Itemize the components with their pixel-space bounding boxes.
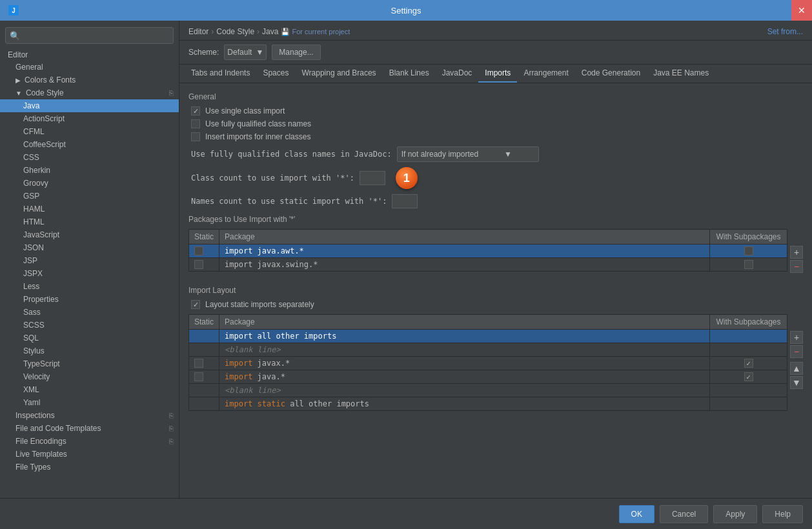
javadoc-dropdown[interactable]: If not already imported ▼ <box>397 146 539 162</box>
help-button[interactable]: Help <box>762 505 803 523</box>
sidebar-item-sql[interactable]: SQL <box>0 332 179 344</box>
add-package-button[interactable]: + <box>790 246 803 259</box>
content-scroll: General ✓ Use single class import Use fu… <box>179 83 812 498</box>
sidebar-item-cfml[interactable]: CFML <box>0 125 179 138</box>
general-section-title: General <box>188 92 803 101</box>
sidebar-item-label: File Encodings <box>15 437 66 446</box>
sidebar-item-scss[interactable]: SCSS <box>0 319 179 332</box>
sidebar-item-haml[interactable]: HAML <box>0 203 179 215</box>
checkbox-fully-qualified: Use fully qualified class names <box>188 119 803 128</box>
sidebar-item-coffeescript[interactable]: CoffeeScript <box>0 138 179 151</box>
table-row[interactable]: <blank line> <box>189 384 787 397</box>
cb-layout-static[interactable]: ✓ <box>191 300 200 309</box>
layout-package-1: import all other imports <box>219 330 710 343</box>
sidebar-item-html[interactable]: HTML <box>0 215 179 228</box>
tab-wrapping-braces[interactable]: Wrapping and Braces <box>295 65 382 83</box>
checkbox-single-class: ✓ Use single class import <box>188 106 803 115</box>
scheme-label: Scheme: <box>188 48 219 57</box>
sidebar-item-css[interactable]: CSS <box>0 151 179 164</box>
tab-java-ee-names[interactable]: Java EE Names <box>647 65 715 83</box>
table-row[interactable]: import javax.* ✓ <box>189 357 787 370</box>
tab-blank-lines[interactable]: Blank Lines <box>383 65 436 83</box>
cb-subpkg-layout-3[interactable]: ✓ <box>744 359 753 368</box>
sidebar-item-jspx[interactable]: JSPX <box>0 267 179 280</box>
sidebar-item-stylus[interactable]: Stylus <box>0 344 179 357</box>
cb-fully-qualified[interactable] <box>191 119 200 128</box>
sidebar-item-code-style[interactable]: ▼Code Style⎘ <box>0 86 179 99</box>
layout-down-button[interactable]: ▼ <box>790 376 803 389</box>
sidebar-item-inspections[interactable]: Inspections⎘ <box>0 409 179 422</box>
tab-spaces[interactable]: Spaces <box>256 65 295 83</box>
sidebar-item-sass[interactable]: Sass <box>0 306 179 319</box>
table-row[interactable]: import static all other imports <box>189 397 787 411</box>
manage-button[interactable]: Manage... <box>272 45 320 60</box>
table-row[interactable]: import javax.swing.* <box>189 258 787 272</box>
project-badge-text: For current project <box>292 28 350 35</box>
sidebar-item-xml[interactable]: XML <box>0 383 179 396</box>
sidebar-item-typescript[interactable]: TypeScript <box>0 357 179 370</box>
packages-table: Static Package With Subpackages import j… <box>188 229 787 272</box>
sidebar-item-javascript[interactable]: JavaScript <box>0 228 179 241</box>
sidebar-item-jsp[interactable]: JSP <box>0 254 179 267</box>
sidebar-item-actionscript[interactable]: ActionScript <box>0 112 179 125</box>
sidebar-item-gherkin[interactable]: Gherkin <box>0 164 179 177</box>
class-count-input[interactable]: 5 <box>360 171 385 185</box>
sidebar-item-yaml[interactable]: Yaml <box>0 396 179 409</box>
layout-package-3: import javax.* <box>219 357 710 370</box>
names-count-input[interactable]: 3 <box>392 194 418 208</box>
check-icon-2: ✓ <box>193 301 199 309</box>
table-row[interactable]: <blank line> <box>189 343 787 357</box>
javadoc-value: If not already imported <box>401 150 478 159</box>
packages-section-title: Packages to Use Import with '*' <box>188 215 803 224</box>
sidebar-item-label: General <box>15 63 43 72</box>
class-count-row: Class count to use import with '*': 5 1 <box>188 167 803 189</box>
tab-javadoc[interactable]: JavaDoc <box>436 65 479 83</box>
table-row[interactable]: import java.* ✓ <box>189 370 787 384</box>
sidebar-item-live-templates[interactable]: Live Templates <box>0 448 179 461</box>
table-row[interactable]: import all other imports <box>189 330 787 343</box>
remove-package-button[interactable]: − <box>790 260 803 273</box>
cb-layout-3[interactable] <box>194 359 203 368</box>
sidebar-item-colors-fonts[interactable]: ▶Colors & Fonts <box>0 74 179 86</box>
ok-button[interactable]: OK <box>619 505 655 523</box>
set-from-link[interactable]: Set from... <box>767 27 803 36</box>
cb-inner-classes[interactable] <box>191 132 200 141</box>
cb-subpkg-2[interactable] <box>744 260 753 269</box>
breadcrumb-code-style: Code Style <box>216 27 254 36</box>
cb-static-2[interactable] <box>194 260 203 269</box>
tab-tabs-indents[interactable]: Tabs and Indents <box>185 65 256 83</box>
layout-col-static: Static <box>189 315 219 330</box>
cb-layout-4[interactable] <box>194 372 203 381</box>
cb-static-1[interactable] <box>194 246 203 255</box>
layout-remove-button[interactable]: − <box>790 345 803 358</box>
sidebar-item-file-types[interactable]: File Types <box>0 461 179 474</box>
sidebar-item-velocity[interactable]: Velocity <box>0 370 179 383</box>
sidebar-item-general[interactable]: General <box>0 61 179 74</box>
tab-code-generation[interactable]: Code Generation <box>575 65 647 83</box>
table-row[interactable]: import java.awt.* <box>189 245 787 258</box>
tab-arrangement[interactable]: Arrangement <box>517 65 574 83</box>
sidebar-item-file-encodings[interactable]: File Encodings⎘ <box>0 435 179 448</box>
apply-button[interactable]: Apply <box>713 505 757 523</box>
cb-subpkg-1[interactable] <box>744 246 753 255</box>
title-text: Settings <box>391 6 421 15</box>
content-area: Editor › Code Style › Java 💾 For current… <box>179 21 812 498</box>
sidebar-item-groovy[interactable]: Groovy <box>0 177 179 190</box>
search-box[interactable]: 🔍 <box>5 27 174 44</box>
sidebar-item-less[interactable]: Less <box>0 280 179 293</box>
close-button[interactable]: ✕ <box>791 0 812 21</box>
cb-subpkg-layout-4[interactable]: ✓ <box>744 372 753 381</box>
layout-add-button[interactable]: + <box>790 331 803 344</box>
sidebar-item-java[interactable]: Java <box>0 99 179 112</box>
tab-imports[interactable]: Imports <box>478 65 517 83</box>
cancel-button[interactable]: Cancel <box>660 505 708 523</box>
sidebar-item-file-code-templates[interactable]: File and Code Templates⎘ <box>0 422 179 435</box>
search-input[interactable] <box>24 31 169 40</box>
sidebar-item-gsp[interactable]: GSP <box>0 190 179 203</box>
scheme-select[interactable]: Default ▼ <box>224 45 267 60</box>
layout-up-button[interactable]: ▲ <box>790 362 803 375</box>
sidebar-item-properties[interactable]: Properties <box>0 293 179 306</box>
sidebar-item-label: File Types <box>15 463 50 472</box>
cb-single-class[interactable]: ✓ <box>191 106 200 115</box>
sidebar-item-json[interactable]: JSON <box>0 241 179 254</box>
